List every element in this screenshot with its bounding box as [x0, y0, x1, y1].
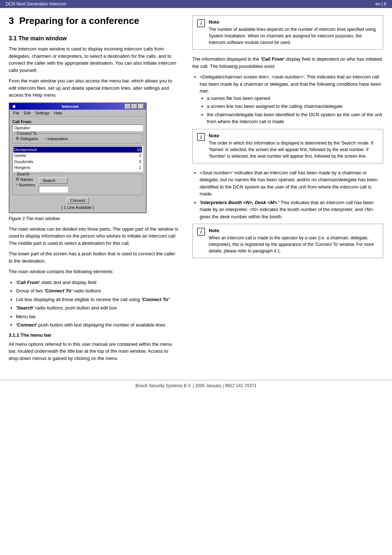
search-radios: ⦿ Names ○ Numbers	[16, 177, 35, 193]
minimize-button[interactable]: _	[125, 104, 131, 109]
note-box-3: i Note When an intercom call is made to …	[192, 224, 383, 258]
main-window-elements-list: 'Call From' static text and display fiel…	[16, 279, 180, 329]
search-label: Search	[16, 172, 30, 176]
section-3-1-heading: 3.1 The main window	[9, 35, 180, 42]
connect-row: Connect	[12, 197, 143, 204]
note-text-3: When an intercom call is made to the ope…	[209, 235, 379, 254]
section-3-1-para2: From the main window you can also access…	[9, 77, 180, 99]
delegates-listbox[interactable]: Devlaeminck10 Geerts2 Goudsmits3 Hongens…	[12, 146, 143, 172]
radio-delegates[interactable]: ⦿ Delegates	[16, 137, 38, 141]
note-content-2: Note The order in which this information…	[209, 133, 379, 159]
search-controls: Search	[39, 177, 68, 193]
header-title: DCN Next Generation Intercom	[6, 1, 66, 7]
menu-settings[interactable]: Settings	[33, 110, 52, 116]
note-icon-2: i	[197, 133, 205, 141]
connect-to-group: Connect To ⦿ Delegates ○ Interpreters	[12, 133, 143, 143]
status-text: ( 1 Line Available )	[12, 205, 143, 210]
chapter-heading: 3 Preparing for a conference	[9, 15, 180, 28]
radio-numbers-label: Numbers	[19, 183, 35, 187]
subsection-3-1-1-para1: All menu options referred to in this use…	[9, 341, 180, 362]
right-column: i Note The number of available lines dep…	[189, 15, 392, 365]
maximize-button[interactable]: □	[131, 104, 137, 109]
search-input[interactable]	[39, 186, 68, 193]
menu-edit[interactable]: Edit	[22, 110, 33, 116]
note-title-2: Note	[209, 133, 379, 138]
connect-to-radio-row: ⦿ Delegates ○ Interpreters	[16, 137, 140, 141]
window-title-text: Intercom	[62, 104, 78, 109]
list-item: a screen line has been assigned to the c…	[207, 103, 383, 110]
radio-numbers[interactable]: ○ Numbers	[16, 183, 35, 187]
window-title-bar: 🖥 Intercom _ □ ✕	[9, 103, 146, 110]
section-3-1-para3: The main window can be divided into thre…	[9, 226, 180, 247]
note-icon-1: i	[197, 19, 205, 27]
note-content-1: Note The number of available lines depen…	[209, 19, 379, 46]
chapter-number: 3	[9, 15, 14, 26]
connect-to-label: Connect To	[16, 131, 38, 135]
list-item: List box displaying all those eligible t…	[16, 296, 180, 303]
list-item[interactable]: Geerts2	[13, 153, 142, 159]
call-from-field[interactable]: Operator	[12, 125, 143, 131]
list-item: Group of two 'Connect To' radio buttons	[16, 287, 180, 295]
list-item: <Delegate/chairman screen line>, <seat n…	[200, 73, 383, 125]
list-item: 'Search' radio buttons, push button and …	[16, 304, 180, 312]
window-title-icon: 🖥	[12, 104, 16, 109]
figure-caption: Figure 3 The main window	[9, 215, 180, 222]
radio-delegates-label: Delegates	[20, 137, 38, 141]
radio-names[interactable]: ⦿ Names	[16, 177, 35, 182]
content-area: 3 Preparing for a conference 3.1 The mai…	[0, 8, 392, 373]
call-from-label: Call From:	[12, 119, 143, 124]
radio-interpreters-label: Interpreters	[48, 137, 68, 141]
search-button[interactable]: Search	[39, 177, 68, 184]
section-3-1-para5: The main window contains the following e…	[9, 268, 180, 275]
note-title-1: Note	[209, 19, 379, 25]
window-body: Call From: Operator Connect To ⦿ Delegat…	[9, 117, 146, 212]
list-item: <Seat number>' indicates that an interco…	[200, 169, 383, 198]
note-text-1: The number of available lines depends on…	[209, 26, 379, 46]
note-content-3: Note When an intercom call is made to th…	[209, 228, 379, 254]
radio-names-label: Names	[20, 177, 33, 182]
note-box-2: i Note The order in which this informati…	[192, 129, 383, 163]
radio-interpreters[interactable]: ○ Interpreters	[44, 137, 68, 141]
possibilities-list: <Delegate/chairman screen line>, <seat n…	[200, 73, 383, 125]
list-item: 'Connect' push button with text displayi…	[16, 321, 180, 329]
list-item[interactable]: Devlaeminck10	[13, 147, 142, 153]
list-item: the chairman/delegate has been identifie…	[207, 111, 383, 125]
left-column: 3 Preparing for a conference 3.1 The mai…	[0, 15, 189, 365]
window-title-buttons: _ □ ✕	[125, 104, 144, 109]
intercom-window: 🖥 Intercom _ □ ✕ File Edit Settings Help…	[9, 102, 147, 213]
list-item: 'Call From' static text and display fiel…	[16, 279, 180, 286]
section-3-1-para4: The lower part of the screen has a push …	[9, 250, 180, 264]
footer-bar: Bosch Security Systems B.V. | 2005 Janua…	[0, 380, 392, 391]
menu-help[interactable]: Help	[52, 110, 64, 116]
section-3-1-para1: The Intercom main window is used to disp…	[9, 45, 180, 74]
search-group: Search ⦿ Names ○ Numbers Search	[12, 174, 143, 195]
header-page: en | 8	[375, 1, 386, 7]
chapter-title: Preparing for a conference	[19, 15, 139, 26]
sub-conditions-list: a names file has been opened a screen li…	[207, 95, 383, 125]
list-item[interactable]: Goudsmits3	[13, 159, 142, 165]
menu-file[interactable]: File	[11, 110, 22, 116]
footer-text: Bosch Security Systems B.V. | 2005 Janua…	[135, 383, 256, 388]
list-item: 'Interpreters Booth <N>, Desk <M>.' This…	[200, 199, 383, 220]
note-title-3: Note	[209, 228, 379, 233]
close-button[interactable]: ✕	[138, 104, 144, 109]
right-intro-para: The information displayed in the 'Call F…	[192, 56, 383, 70]
list-item: a names file has been opened	[207, 95, 383, 102]
window-menu-bar: File Edit Settings Help	[9, 110, 146, 117]
more-possibilities-list: <Seat number>' indicates that an interco…	[200, 169, 383, 220]
header-bar: DCN Next Generation Intercom en | 8	[0, 0, 392, 8]
note-icon-3: i	[197, 228, 205, 236]
list-item: Menu bar	[16, 313, 180, 320]
note-text-2: The order in which this information is d…	[209, 140, 379, 159]
list-item[interactable]: Hongens1	[13, 165, 142, 171]
note-box-1: i Note The number of available lines dep…	[192, 15, 383, 50]
subsection-3-1-1-heading: 3.1.1 The menu bar	[9, 332, 180, 338]
connect-button[interactable]: Connect	[66, 197, 89, 204]
